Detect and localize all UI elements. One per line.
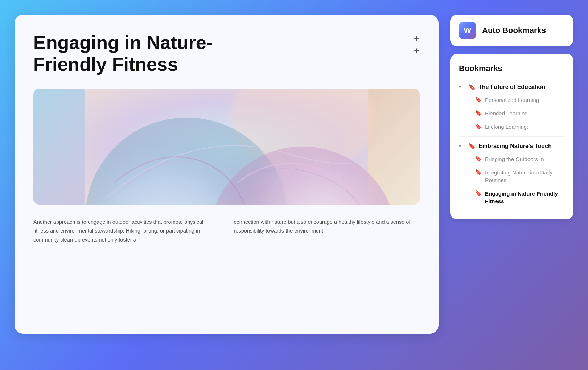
outer-wrapper: Engaging in Nature-Friendly Fitness + + [0, 0, 588, 370]
bookmark-child-1-0[interactable]: 🔖 Bringing the Outdoors In [475, 152, 565, 166]
bookmark-icon-1-1: 🔖 [475, 169, 481, 176]
app-icon: W [459, 22, 476, 39]
sidebar: W Auto Bookmarks Bookmarks ▾ 🔖 The Futur… [450, 15, 573, 219]
bookmark-child-1-2[interactable]: 🔖 Engaging in Nature-Friendly Fitness [475, 187, 565, 208]
bookmark-child-label-0-0: Personalized Learning [485, 96, 539, 104]
bookmark-child-label-1-1: Integrating Nature into Daily Routines [485, 169, 565, 184]
bookmark-icon-1-0: 🔖 [475, 155, 481, 162]
bookmark-icon-0-2: 🔖 [475, 123, 481, 130]
bookmark-icon-group-0: 🔖 [468, 83, 475, 90]
bookmark-child-label-0-1: Blended Learning [485, 110, 528, 117]
body-left: Another approach is to engage in outdoor… [33, 218, 219, 244]
plus-buttons: + + [414, 33, 420, 56]
bookmark-icon-0-0: 🔖 [475, 96, 481, 103]
app-icon-text: W [464, 26, 472, 35]
chevron-down-icon: ▾ [459, 84, 465, 90]
bookmark-icon-group-1: 🔖 [468, 143, 475, 149]
bookmark-child-label-1-0: Bringing the Outdoors In [485, 155, 544, 163]
bookmark-child-0-1[interactable]: 🔖 Blended Learning [475, 107, 565, 120]
bookmarks-panel: Bookmarks ▾ 🔖 The Future of Education 🔖 … [450, 54, 573, 219]
bookmark-group-label-1: Embracing Nature's Touch [478, 143, 552, 149]
hero-image [33, 89, 420, 205]
page-title: Engaging in Nature-Friendly Fitness [33, 32, 251, 75]
bookmark-group-1: ▾ 🔖 Embracing Nature's Touch 🔖 Bringing … [459, 140, 565, 208]
plus-button-2[interactable]: + [414, 46, 420, 56]
bookmark-child-label-0-2: Lifelong Learning: [485, 123, 528, 131]
bookmark-children-0: 🔖 Personalized Learning 🔖 Blended Learni… [459, 93, 565, 133]
bookmark-icon-0-1: 🔖 [475, 110, 481, 116]
chevron-down-icon-1: ▾ [459, 143, 465, 149]
bookmarks-panel-title: Bookmarks [459, 64, 565, 73]
body-text: Another approach is to engage in outdoor… [33, 218, 420, 244]
bookmark-group-header-0[interactable]: ▾ 🔖 The Future of Education [459, 81, 565, 93]
bookmark-group-0: ▾ 🔖 The Future of Education 🔖 Personaliz… [459, 81, 565, 133]
bookmark-group-label-0: The Future of Education [478, 84, 545, 90]
auto-bookmarks-card: W Auto Bookmarks [450, 15, 573, 46]
bookmark-child-1-1[interactable]: 🔖 Integrating Nature into Daily Routines [475, 166, 565, 187]
auto-bookmarks-label: Auto Bookmarks [482, 26, 546, 35]
bookmark-icon-1-2: 🔖 [475, 190, 481, 197]
plus-button-1[interactable]: + [414, 33, 420, 44]
bookmark-children-1: 🔖 Bringing the Outdoors In 🔖 Integrating… [459, 152, 565, 208]
bookmark-child-label-1-2: Engaging in Nature-Friendly Fitness [485, 190, 565, 205]
bookmark-divider [459, 136, 565, 137]
bookmark-group-header-1[interactable]: ▾ 🔖 Embracing Nature's Touch [459, 140, 565, 152]
bookmark-child-0-2[interactable]: 🔖 Lifelong Learning: [475, 120, 565, 133]
main-card: Engaging in Nature-Friendly Fitness + + [15, 15, 439, 334]
bookmark-child-0-0[interactable]: 🔖 Personalized Learning [475, 93, 565, 107]
body-right: connection with nature but also encourag… [234, 218, 420, 244]
